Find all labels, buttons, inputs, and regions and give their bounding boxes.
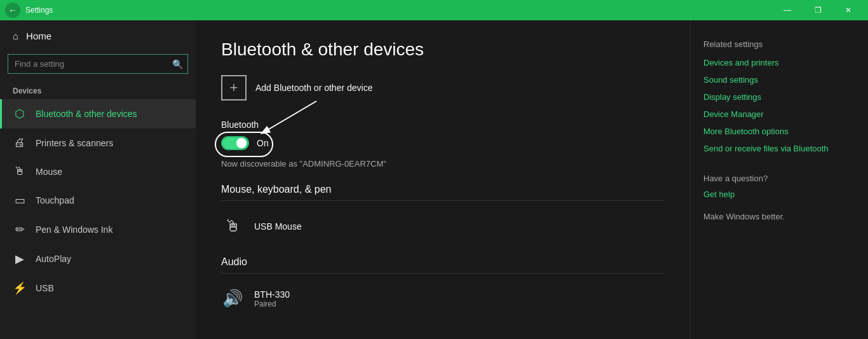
search-input[interactable] [8,54,188,74]
related-link-display[interactable]: Display settings [703,92,855,102]
audio-device-info: BTH-330 Paired [254,289,290,308]
mouse-keyboard-section: Mouse, keyboard, & pen 🖱 USB Mouse [221,184,665,241]
audio-device-row: 🔊 BTH-330 Paired [221,284,665,314]
autoplay-icon: ▶ [13,252,27,266]
discoverable-text: Now discoverable as "ADMINRG-0EAR7CM" [221,159,665,169]
have-a-question-title: Have a question? [703,174,855,183]
mouse-device-icon: 🖱 [221,216,244,236]
main-layout: ⌂ Home 🔍 Devices ⬡ Bluetooth & other dev… [0,20,868,339]
add-device-icon: + [221,75,247,100]
related-link-devices-printers[interactable]: Devices and printers [703,58,855,67]
sidebar-item-mouse-label: Mouse [36,167,62,177]
titlebar-controls: — ❐ ✕ [773,0,863,20]
titlebar-left: ← Settings [5,3,53,18]
usb-icon: ⚡ [13,281,27,295]
add-device-button[interactable]: + Add Bluetooth or other device [221,75,665,100]
bluetooth-icon: ⬡ [13,107,27,121]
right-panel: Related settings Devices and printers So… [690,20,868,339]
sidebar: ⌂ Home 🔍 Devices ⬡ Bluetooth & other dev… [0,20,196,339]
related-link-more-bluetooth[interactable]: More Bluetooth options [703,127,855,136]
sidebar-item-autoplay-label: AutoPlay [36,254,71,264]
sidebar-item-usb-label: USB [36,283,54,293]
divider [703,161,855,174]
related-link-send-receive[interactable]: Send or receive files via Bluetooth [703,144,855,153]
mouse-keyboard-title: Mouse, keyboard, & pen [221,184,665,201]
usb-mouse-info: USB Mouse [254,221,302,232]
sidebar-item-touchpad[interactable]: ▭ Touchpad [0,186,196,215]
mouse-icon: 🖱 [13,165,27,178]
bluetooth-label: Bluetooth [221,120,665,130]
minimize-button[interactable]: — [773,0,802,20]
make-better-text: Make Windows better. [703,212,855,221]
toggle-state-label: On [257,138,269,148]
titlebar-title: Settings [25,6,53,15]
printers-icon: 🖨 [13,136,27,149]
sidebar-item-printers-label: Printers & scanners [36,138,113,148]
sidebar-item-autoplay[interactable]: ▶ AutoPlay [0,244,196,273]
titlebar: ← Settings — ❐ ✕ [0,0,868,20]
sidebar-home-button[interactable]: ⌂ Home [0,20,196,52]
sidebar-item-mouse[interactable]: 🖱 Mouse [0,157,196,186]
sidebar-item-touchpad-label: Touchpad [36,195,74,205]
home-icon: ⌂ [13,31,18,41]
audio-device-name: BTH-330 [254,289,290,300]
sidebar-item-bluetooth-label: Bluetooth & other devices [36,109,137,119]
sidebar-item-pen-label: Pen & Windows Ink [36,225,112,235]
pen-icon: ✏ [13,223,27,237]
close-button[interactable]: ✕ [834,0,863,20]
audio-section: Audio 🔊 BTH-330 Paired [221,256,665,314]
sidebar-item-printers[interactable]: 🖨 Printers & scanners [0,128,196,157]
audio-device-icon: 🔊 [221,289,244,308]
bluetooth-section: Bluetooth [221,120,665,169]
sidebar-search: 🔍 [8,54,188,74]
related-link-sound[interactable]: Sound settings [703,75,855,85]
sidebar-item-pen[interactable]: ✏ Pen & Windows Ink [0,215,196,244]
search-icon: 🔍 [172,59,183,69]
sidebar-item-bluetooth[interactable]: ⬡ Bluetooth & other devices [0,99,196,128]
back-button[interactable]: ← [5,3,20,18]
toggle-knob [236,138,247,148]
content-area: Bluetooth & other devices + Add Bluetoot… [196,20,690,339]
maximize-button[interactable]: ❐ [803,0,832,20]
audio-title: Audio [221,256,665,273]
usb-mouse-name: USB Mouse [254,221,302,232]
related-link-device-manager[interactable]: Device Manager [703,109,855,119]
touchpad-icon: ▭ [13,193,27,207]
audio-device-status: Paired [254,300,290,308]
sidebar-section-label: Devices [0,81,196,99]
bluetooth-toggle[interactable] [221,136,249,150]
usb-mouse-row: 🖱 USB Mouse [221,211,665,241]
related-settings-title: Related settings [703,39,855,49]
sidebar-item-usb[interactable]: ⚡ USB [0,273,196,303]
add-device-label: Add Bluetooth or other device [255,83,372,93]
get-help-link[interactable]: Get help [703,190,855,199]
page-title: Bluetooth & other devices [221,39,665,60]
home-label: Home [26,31,51,41]
toggle-wrapper [221,136,249,150]
bluetooth-toggle-row: On [221,136,269,150]
